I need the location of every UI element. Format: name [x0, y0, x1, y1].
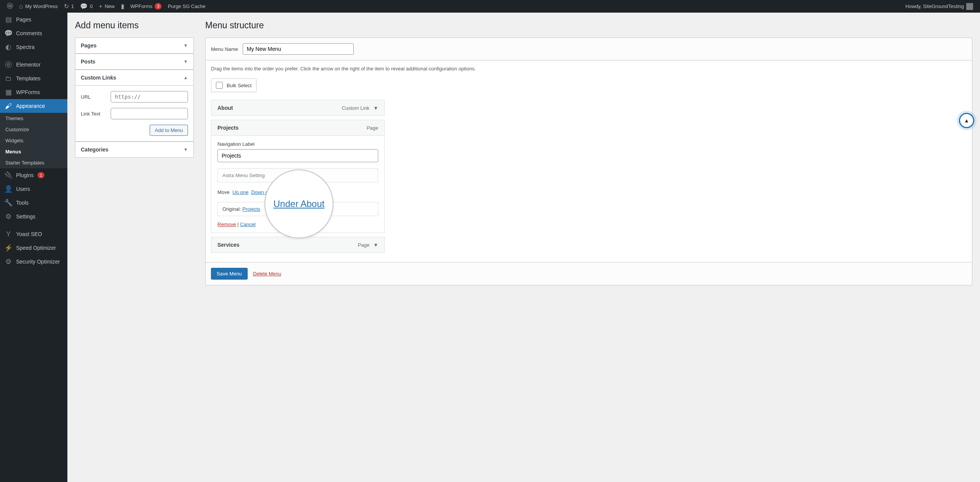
speed-icon: ⚡ — [5, 244, 12, 252]
site-name[interactable]: ⌂My WordPress — [16, 0, 61, 13]
sidebar-label: Appearance — [16, 103, 45, 109]
original-label: Original: — [222, 206, 241, 212]
sidebar-label: Settings — [16, 213, 36, 220]
remove-link[interactable]: Remove — [217, 221, 236, 227]
wordpress-icon: ⓦ — [7, 2, 13, 10]
move-label: Move — [217, 189, 230, 195]
menu-name-input[interactable] — [243, 43, 354, 55]
chevron-down-icon: ▼ — [183, 147, 188, 152]
sidebar-item-security-optimizer[interactable]: ⚙Security Optimizer — [0, 255, 67, 269]
new-content[interactable]: +New — [96, 0, 118, 13]
plugins-badge: 1 — [38, 172, 44, 178]
updates[interactable]: ↻1 — [61, 0, 77, 13]
comment-icon: 💬 — [5, 29, 12, 37]
sidebar-item-appearance[interactable]: 🖌Appearance — [0, 99, 67, 113]
comments-bubble[interactable]: 💬0 — [77, 0, 96, 13]
sidebar-item-yoast[interactable]: YYoast SEO — [0, 227, 67, 241]
delete-menu-link[interactable]: Delete Menu — [253, 271, 281, 277]
folder-icon: 🗀 — [5, 75, 12, 82]
acc-title: Custom Links — [81, 75, 116, 81]
chevron-down-icon: ▼ — [373, 242, 378, 248]
comment-icon: 💬 — [80, 3, 88, 10]
sidebar-label: Security Optimizer — [16, 259, 60, 265]
add-to-menu-button[interactable]: Add to Menu — [150, 125, 188, 136]
acc-title: Posts — [81, 59, 95, 65]
sidebar-item-templates[interactable]: 🗀Templates — [0, 72, 67, 85]
mi-title: About — [217, 105, 233, 111]
submenu-customize[interactable]: Customize — [0, 124, 67, 135]
sidebar-item-elementor[interactable]: ⓔElementor — [0, 58, 67, 72]
sidebar-label: Comments — [16, 30, 42, 36]
site-name-label: My WordPress — [25, 3, 58, 9]
comments-count: 0 — [90, 3, 93, 9]
mi-title: Services — [217, 242, 240, 248]
annotation-magnifier: Under About — [265, 169, 333, 238]
mi-type-label: Page — [367, 125, 378, 131]
sidebar-label: Users — [16, 186, 30, 192]
link-text-input[interactable] — [111, 108, 188, 119]
drag-instructions: Drag the items into the order you prefer… — [211, 66, 967, 72]
sidebar-item-spectra[interactable]: ◐Spectra — [0, 40, 67, 54]
bulk-select-label: Bulk Select — [227, 83, 252, 88]
sidebar-item-tools[interactable]: 🔧Tools — [0, 196, 67, 210]
chevron-down-icon: ▼ — [183, 43, 188, 48]
chevron-down-icon: ▼ — [373, 105, 378, 111]
plug-icon: 🔌 — [5, 171, 12, 179]
yoast-icon: Y — [5, 230, 12, 238]
accordion-pages[interactable]: Pages▼ — [75, 38, 193, 54]
url-input[interactable] — [111, 91, 188, 103]
sidebar-item-users[interactable]: 👤Users — [0, 182, 67, 196]
sidebar-item-speed-optimizer[interactable]: ⚡Speed Optimizer — [0, 241, 67, 255]
submenu-themes[interactable]: Themes — [0, 113, 67, 124]
user-icon: 👤 — [5, 185, 12, 193]
original-link[interactable]: Projects — [242, 206, 260, 212]
chevron-down-icon: ▼ — [183, 59, 188, 64]
form-icon: ▦ — [5, 88, 12, 96]
admin-sidebar: ▤Pages 💬Comments ◐Spectra ⓔElementor 🗀Te… — [0, 13, 67, 482]
wp-logo[interactable]: ⓦ — [4, 0, 16, 13]
save-menu-button[interactable]: Save Menu — [211, 268, 248, 280]
sidebar-label: Plugins — [16, 172, 34, 178]
add-items-heading: Add menu items — [75, 20, 194, 31]
nav-label-input[interactable] — [217, 149, 378, 162]
accordion-custom-links[interactable]: Custom Links▲ — [75, 70, 193, 86]
elementor-icon: ⓔ — [5, 61, 12, 68]
accordion-posts[interactable]: Posts▼ — [75, 54, 193, 70]
pages-icon: ▤ — [5, 16, 12, 23]
submenu-menus[interactable]: Menus — [0, 146, 67, 157]
purge-cache[interactable]: Purge SG Cache — [165, 0, 208, 13]
admin-bar: ⓦ ⌂My WordPress ↻1 💬0 +New ▮ WPForms3 Pu… — [0, 0, 980, 13]
new-label: New — [105, 3, 114, 9]
sidebar-label: Yoast SEO — [16, 231, 42, 237]
submenu-starter-templates[interactable]: Starter Templates — [0, 157, 67, 168]
acc-title: Pages — [81, 42, 96, 49]
howdy-account[interactable]: Howdy, SiteGroundTesting — [902, 0, 976, 13]
wrench-icon: 🔧 — [5, 199, 12, 207]
wpforms-bar[interactable]: WPForms3 — [127, 0, 165, 13]
menu-item-projects-head[interactable]: ProjectsPage — [211, 120, 384, 136]
bulk-select-checkbox[interactable] — [216, 82, 223, 89]
sidebar-item-settings[interactable]: ⚙Settings — [0, 210, 67, 223]
sidebar-item-wpforms[interactable]: ▦WPForms — [0, 85, 67, 99]
plus-icon: + — [99, 3, 102, 10]
magnifier-text: Under About — [273, 199, 324, 209]
cancel-link[interactable]: Cancel — [240, 221, 255, 227]
sidebar-label: Speed Optimizer — [16, 245, 56, 251]
accordion-categories[interactable]: Categories▼ — [75, 142, 193, 157]
avatar-icon — [966, 3, 973, 10]
submenu-widgets[interactable]: Widgets — [0, 135, 67, 146]
menu-item-about[interactable]: AboutCustom Link▼ — [211, 100, 385, 116]
yoast-icon: ▮ — [121, 3, 124, 10]
move-up-one[interactable]: Up one — [232, 189, 248, 195]
sidebar-item-plugins[interactable]: 🔌Plugins1 — [0, 168, 67, 182]
yoast-bar[interactable]: ▮ — [118, 0, 127, 13]
sidebar-item-pages[interactable]: ▤Pages — [0, 13, 67, 26]
sidebar-label: Templates — [16, 75, 41, 81]
menu-item-services[interactable]: ServicesPage▼ — [211, 237, 385, 253]
home-icon: ⌂ — [19, 3, 23, 10]
bulk-select[interactable]: Bulk Select — [211, 78, 256, 92]
settings-icon: ⚙ — [5, 213, 12, 220]
sidebar-item-comments[interactable]: 💬Comments — [0, 26, 67, 40]
sidebar-label: Spectra — [16, 44, 34, 50]
updates-count: 1 — [71, 3, 74, 9]
